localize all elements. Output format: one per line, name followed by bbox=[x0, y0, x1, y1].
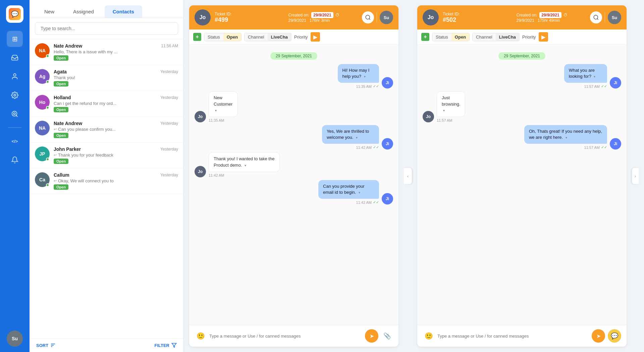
message-row: Oh, Thats great! If you need any help, w… bbox=[423, 125, 621, 150]
add-status-button-2[interactable]: + bbox=[421, 33, 429, 41]
list-item[interactable]: Ho Holland Yesterday Can i get the refun… bbox=[30, 91, 183, 117]
list-item[interactable]: NA Nate Andrew 11:56 AM Hello, There is … bbox=[30, 39, 183, 65]
app-logo[interactable]: 💬 bbox=[6, 5, 23, 23]
message-row: Jo Just browsing. ▾ 11:57 AM bbox=[423, 91, 621, 122]
chat-contact-avatar-1: Jo bbox=[195, 9, 211, 25]
filter-button[interactable]: FILTER bbox=[154, 343, 177, 348]
message-meta: 11:42 AM bbox=[209, 173, 224, 177]
chat-panel-1: Jo Ticket ID: #499 Created on: 29/9/2021… bbox=[189, 5, 398, 347]
sidebar-item-code[interactable]: </> bbox=[7, 133, 23, 149]
svg-point-1 bbox=[14, 94, 16, 96]
message-row: Yes, We are thrilled to welcome you. ▾ 1… bbox=[195, 125, 393, 150]
collapse-button[interactable]: ‹ bbox=[404, 168, 412, 184]
sidebar: 💬 ⊞ </> Su bbox=[0, 0, 30, 352]
created-label-1: Created on: bbox=[288, 13, 310, 17]
search-container bbox=[30, 18, 183, 39]
conversation-tabs: New Assigned Contacts bbox=[30, 0, 183, 18]
svg-point-2 bbox=[12, 111, 17, 116]
message-row: Jo New Customer ▾ 11:35 AM bbox=[195, 91, 393, 122]
search-input[interactable] bbox=[35, 22, 178, 35]
conversation-list: NA Nate Andrew 11:56 AM Hello, There is … bbox=[30, 39, 183, 338]
list-item[interactable]: JP John Parker Yesterday ↩Thank you for … bbox=[30, 142, 183, 168]
user-avatar[interactable]: Su bbox=[7, 331, 23, 347]
chat-bubble-button[interactable]: 💬 bbox=[608, 329, 621, 343]
message-meta: 11:57 AM bbox=[437, 118, 452, 122]
conv-time: 11:56 AM bbox=[161, 44, 178, 48]
agent-msg-avatar: Ji bbox=[610, 138, 621, 150]
sidebar-item-bell[interactable] bbox=[7, 152, 23, 168]
messages-2: 29 September, 2021 What you are looking … bbox=[417, 45, 627, 325]
agent-avatar-2: Su bbox=[608, 11, 621, 24]
svg-point-3 bbox=[13, 113, 15, 115]
priority-button-2[interactable]: ▶ bbox=[539, 32, 548, 42]
emoji-button-1[interactable]: 🙂 bbox=[195, 330, 207, 342]
conv-name: Nate Andrew bbox=[54, 43, 82, 49]
sidebar-item-contacts[interactable] bbox=[7, 68, 23, 84]
conv-time: Yesterday bbox=[160, 69, 178, 74]
right-collapse-button[interactable]: › bbox=[632, 168, 639, 184]
avatar: Ca bbox=[35, 172, 50, 187]
status-item-1: Status Open bbox=[204, 33, 241, 41]
message-bubble: Oh, Thats great! If you need any help, w… bbox=[524, 125, 607, 144]
right-collapse-area: › bbox=[632, 5, 639, 347]
sidebar-item-inbox[interactable] bbox=[7, 50, 23, 66]
collapse-area: ‹ bbox=[404, 5, 412, 347]
send-button-2[interactable]: ➤ bbox=[592, 329, 605, 343]
list-item[interactable]: Ag Agata Yesterday Thank you! Open bbox=[30, 65, 183, 91]
chat-panel-2: Jo Ticket ID: #502 Created on: 29/9/2021… bbox=[417, 5, 627, 347]
message-meta: 11:35 AM bbox=[209, 118, 224, 122]
ticket-info-1: Ticket ID: #499 bbox=[215, 11, 284, 23]
priority-button-1[interactable]: ▶ bbox=[311, 32, 320, 42]
agent-msg-avatar: Ji bbox=[610, 77, 621, 89]
svg-point-11 bbox=[594, 15, 598, 19]
list-item[interactable]: Ca Callum Yesterday ↩Okay, We will conne… bbox=[30, 168, 183, 194]
sidebar-item-settings[interactable] bbox=[7, 87, 23, 103]
message-bubble: New Customer ▾ bbox=[209, 91, 238, 117]
chat-contact-avatar-2: Jo bbox=[423, 9, 439, 25]
chat-search-button-2[interactable] bbox=[590, 11, 602, 23]
channel-label-1: Channel bbox=[245, 33, 267, 41]
conv-name: Agata bbox=[54, 69, 67, 74]
attach-button-1[interactable]: 📎 bbox=[381, 330, 393, 342]
tab-assigned[interactable]: Assigned bbox=[65, 5, 102, 18]
status-bar-2: + Status Open Channel LiveCha Priority ▶ bbox=[417, 30, 627, 45]
status-badge: Open bbox=[54, 81, 68, 86]
sort-button[interactable]: SORT bbox=[36, 343, 56, 348]
channel-value-2: LiveCha bbox=[496, 33, 520, 41]
send-button-1[interactable]: ➤ bbox=[365, 329, 378, 343]
add-status-button-1[interactable]: + bbox=[193, 33, 201, 41]
ticket-id-label-2: Ticket ID: #502 bbox=[443, 11, 513, 23]
message-input-1[interactable] bbox=[209, 334, 362, 339]
svg-point-0 bbox=[13, 74, 16, 76]
status-item-2: Status Open bbox=[432, 33, 470, 41]
channel-label-2: Channel bbox=[473, 33, 495, 41]
tab-contacts[interactable]: Contacts bbox=[105, 5, 142, 18]
status-value-2: Open bbox=[451, 33, 469, 41]
svg-point-9 bbox=[366, 15, 370, 19]
emoji-button-2[interactable]: 🙂 bbox=[423, 330, 435, 342]
conv-preview: Thank you! bbox=[54, 75, 178, 80]
avatar: Ag bbox=[35, 69, 50, 84]
agent-avatar-1: Su bbox=[380, 11, 393, 24]
message-meta: 11:57 AM ✓✓ bbox=[584, 145, 607, 150]
divider bbox=[377, 12, 377, 22]
list-item[interactable]: NA Nate Andrew Yesterday ↩Can you please… bbox=[30, 117, 183, 142]
conv-name: John Parker bbox=[54, 146, 81, 152]
tab-new[interactable]: New bbox=[36, 5, 62, 18]
svg-line-12 bbox=[597, 18, 598, 19]
conv-preview: Can i get the refund for my ord... bbox=[54, 101, 178, 106]
message-input-2[interactable] bbox=[437, 334, 589, 339]
created-subdate-1: 29/9/2021 176hr 3min bbox=[288, 18, 358, 23]
message-row: Hi! How may I help you? ▾ 11:35 AM ✓✓ Ji bbox=[195, 64, 393, 89]
conv-time: Yesterday bbox=[160, 121, 178, 126]
message-meta: 11:42 AM ✓✓ bbox=[356, 145, 379, 150]
message-meta: 11:42 AM ✓✓ bbox=[356, 200, 379, 204]
sidebar-item-grid[interactable]: ⊞ bbox=[7, 31, 23, 47]
date-divider-1: 29 September, 2021 bbox=[195, 53, 393, 59]
agent-msg-avatar: Ji bbox=[382, 77, 393, 89]
status-label-2: Status bbox=[432, 33, 451, 41]
chat-search-button-1[interactable] bbox=[362, 11, 374, 23]
avatar: JP bbox=[35, 146, 50, 161]
sidebar-item-scan[interactable] bbox=[7, 106, 23, 122]
conversation-panel: New Assigned Contacts NA Nate Andrew 11:… bbox=[30, 0, 184, 352]
